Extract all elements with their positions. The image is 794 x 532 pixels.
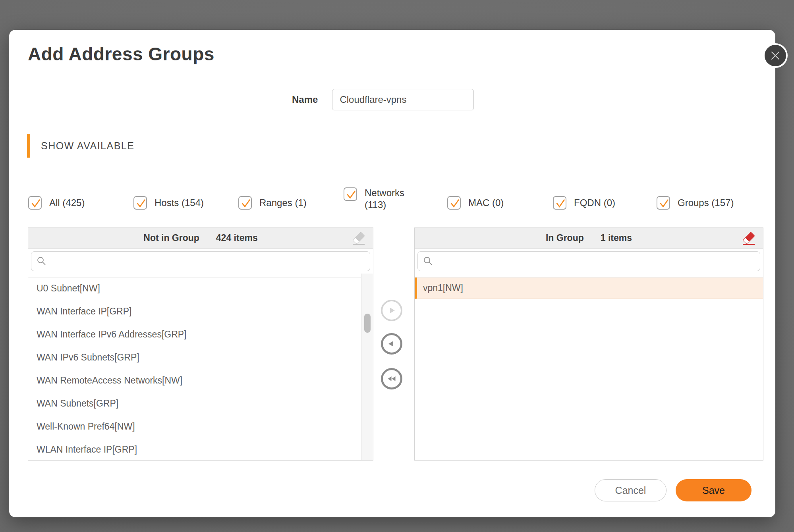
eraser-red-icon[interactable] xyxy=(742,231,757,246)
list-item[interactable]: WAN RemoteAccess Networks[NW] xyxy=(28,369,361,392)
arrow-left-icon xyxy=(386,338,397,349)
show-available-section: SHOW AVAILABLE xyxy=(27,134,134,158)
filter-all[interactable]: All (425) xyxy=(28,196,85,210)
checkbox-checked-icon[interactable] xyxy=(657,196,670,210)
panel-title: In Group xyxy=(546,233,584,243)
section-accent-bar xyxy=(27,134,30,158)
filter-label: Hosts (154) xyxy=(155,197,204,208)
checkbox-checked-icon[interactable] xyxy=(344,187,357,201)
in-group-header: In Group 1 items xyxy=(415,228,763,249)
arrow-right-icon xyxy=(386,305,397,316)
name-input[interactable] xyxy=(332,89,474,110)
move-left-button[interactable] xyxy=(381,333,402,355)
filter-ranges[interactable]: Ranges (1) xyxy=(238,196,307,210)
list-item[interactable]: WAN Interface IPv6 Addresses[GRP] xyxy=(28,323,361,346)
list-item[interactable]: WAN IPv6 Subnets[GRP] xyxy=(28,346,361,369)
in-group-list: vpn1[NW] xyxy=(415,277,763,460)
not-in-group-list: U0 Subnet[NW] WAN Interface IP[GRP] WAN … xyxy=(28,277,361,460)
page-title: Add Address Groups xyxy=(28,43,214,65)
filter-fqdn[interactable]: FQDN (0) xyxy=(553,196,615,210)
search-input[interactable] xyxy=(437,252,760,271)
filter-label: Networks (113) xyxy=(365,187,413,211)
in-group-search xyxy=(417,251,760,271)
search-input[interactable] xyxy=(51,252,370,271)
not-in-group-header: Not in Group 424 items xyxy=(28,228,373,249)
eraser-icon[interactable] xyxy=(352,231,367,246)
add-address-groups-dialog: Add Address Groups Name SHOW AVAILABLE A… xyxy=(9,30,775,517)
filter-label: Ranges (1) xyxy=(259,197,307,208)
cancel-button[interactable]: Cancel xyxy=(595,479,666,501)
name-label: Name xyxy=(292,94,318,105)
not-in-group-search xyxy=(31,251,370,271)
scrollbar-thumb[interactable] xyxy=(364,314,371,333)
checkbox-checked-icon[interactable] xyxy=(447,196,461,210)
list-item[interactable]: Well-Known Pref64[NW] xyxy=(28,415,361,438)
panel-title: Not in Group xyxy=(143,233,199,243)
name-field-row: Name xyxy=(292,89,474,110)
filter-label: All (425) xyxy=(49,197,85,208)
filter-groups[interactable]: Groups (157) xyxy=(657,196,734,210)
section-title: SHOW AVAILABLE xyxy=(41,140,134,152)
checkbox-checked-icon[interactable] xyxy=(133,196,147,210)
not-in-group-panel: Not in Group 424 items U0 Subnet[NW] WAN… xyxy=(28,227,373,461)
filter-networks[interactable]: Networks (113) xyxy=(344,187,413,211)
double-arrow-left-icon xyxy=(386,373,397,384)
list-item[interactable]: WLAN Interface IP[GRP] xyxy=(28,438,361,461)
checkbox-checked-icon[interactable] xyxy=(553,196,566,210)
filter-label: FQDN (0) xyxy=(574,197,615,208)
list-item[interactable]: U0 Subnet[NW] xyxy=(28,277,361,300)
scrollbar-track[interactable] xyxy=(361,274,373,460)
panel-count: 424 items xyxy=(216,233,258,243)
checkbox-checked-icon[interactable] xyxy=(28,196,42,210)
in-group-panel: In Group 1 items vpn1[NW] xyxy=(414,227,763,461)
save-button[interactable]: Save xyxy=(676,479,751,501)
move-right-button[interactable] xyxy=(381,300,402,321)
list-item-selected[interactable]: vpn1[NW] xyxy=(415,277,763,299)
list-item[interactable]: WAN Subnets[GRP] xyxy=(28,392,361,415)
close-button[interactable] xyxy=(763,43,788,68)
checkbox-checked-icon[interactable] xyxy=(238,196,252,210)
filter-hosts[interactable]: Hosts (154) xyxy=(133,196,204,210)
move-all-left-button[interactable] xyxy=(381,368,402,389)
panel-count: 1 items xyxy=(601,233,632,243)
search-icon xyxy=(423,256,433,266)
filter-mac[interactable]: MAC (0) xyxy=(447,196,504,210)
filter-label: Groups (157) xyxy=(678,197,734,208)
filter-label: MAC (0) xyxy=(468,197,504,208)
list-item[interactable]: WAN Interface IP[GRP] xyxy=(28,300,361,323)
search-icon xyxy=(37,256,47,266)
close-icon xyxy=(770,50,780,61)
